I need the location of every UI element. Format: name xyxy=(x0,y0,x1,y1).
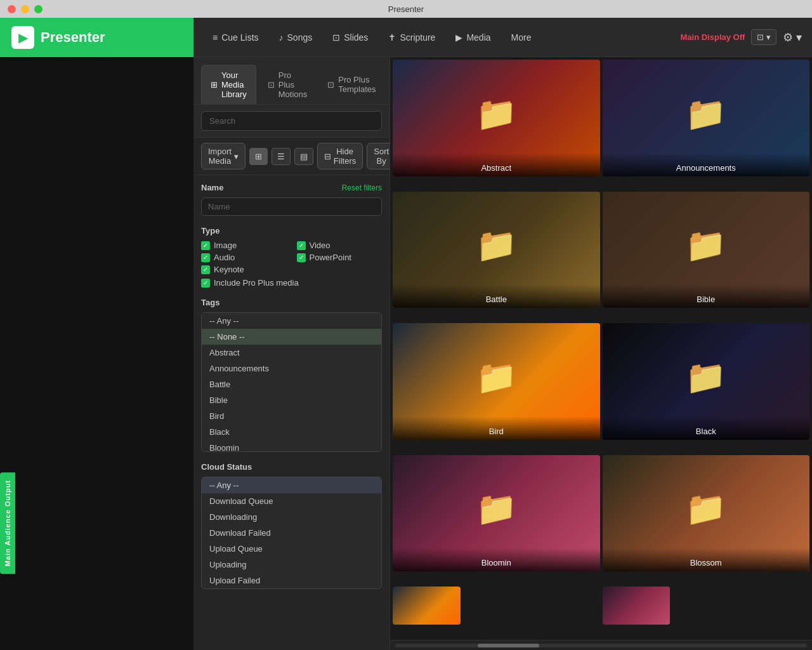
tag-bloomin[interactable]: Bloomin xyxy=(202,440,381,452)
cloud-downloading[interactable]: Downloading xyxy=(202,509,381,525)
filter-icon: ⊟ xyxy=(324,152,331,161)
hide-filters-button[interactable]: ⊟ Hide Filters xyxy=(317,143,363,169)
tab-pro-plus-motions[interactable]: ⊡ Pro Plus Motions xyxy=(259,65,317,104)
view-list-button[interactable]: ☰ xyxy=(272,148,291,165)
tab-pro-plus-templates[interactable]: ⊡ Pro Plus Templates xyxy=(318,65,384,104)
media-tile-black[interactable]: 📁 Black xyxy=(603,323,810,440)
tile-label-battle: Battle xyxy=(393,284,600,308)
window-controls[interactable] xyxy=(8,5,43,13)
tile-label-blossom: Blossom xyxy=(603,548,810,571)
cloud-download-queue[interactable]: Download Queue xyxy=(202,493,381,509)
tags-list: -- Any -- -- None -- Abstract Announceme… xyxy=(201,312,382,452)
folder-icon-black: 📁 xyxy=(685,358,726,397)
tag-abstract[interactable]: Abstract xyxy=(202,345,381,361)
cloud-uploading[interactable]: Uploading xyxy=(202,557,381,573)
top-nav: ≡ Cue Lists ♪ Songs ⊡ Slides ✝ Scripture… xyxy=(193,18,812,57)
tag-bible[interactable]: Bible xyxy=(202,392,381,408)
type-keynote[interactable]: ✓ Keynote xyxy=(201,265,287,274)
media-tile-partial-2[interactable] xyxy=(603,587,671,625)
include-pro-plus-checkbox[interactable]: ✓ xyxy=(201,279,210,288)
settings-button[interactable]: ⚙ ▾ xyxy=(783,30,802,44)
type-filter-label: Type xyxy=(201,226,382,235)
media-tile-abstract[interactable]: 📁 Abstract xyxy=(393,60,600,176)
side-output-label: Main Audience Output xyxy=(4,480,11,566)
brand-area: ▶ Presenter xyxy=(0,18,193,57)
media-tile-announcements[interactable]: 📁 Announcements xyxy=(603,60,810,176)
name-filter-section: Name Reset filters xyxy=(201,183,382,216)
sidebar-item-media[interactable]: ▶ Media xyxy=(447,27,499,48)
cloud-download-failed[interactable]: Download Failed xyxy=(202,525,381,541)
audio-checkbox[interactable]: ✓ xyxy=(201,253,210,262)
search-input[interactable] xyxy=(201,111,382,131)
media-tile-blossom[interactable]: 📁 Blossom xyxy=(603,455,810,572)
tag-none[interactable]: -- None -- xyxy=(202,329,381,345)
nav-right: Main Display Off ⊡ ▾ ⚙ ▾ xyxy=(681,29,802,45)
nav-label-more: More xyxy=(511,32,532,43)
powerpoint-checkbox[interactable]: ✓ xyxy=(297,253,306,262)
cloud-any[interactable]: -- Any -- xyxy=(202,477,381,493)
reset-filters-link[interactable]: Reset filters xyxy=(342,183,382,192)
tag-battle[interactable]: Battle xyxy=(202,376,381,392)
type-image[interactable]: ✓ Image xyxy=(201,241,287,250)
sidebar-item-more[interactable]: More xyxy=(502,27,540,48)
import-label: Import Media xyxy=(208,147,232,166)
tag-announcements[interactable]: Announcements xyxy=(202,361,381,376)
songs-icon: ♪ xyxy=(279,32,284,43)
toolbar: Import Media ▾ ⊞ ☰ ▤ ⊟ Hide Filters Sort… xyxy=(193,138,390,175)
monitor-button[interactable]: ⊡ ▾ xyxy=(751,29,776,45)
tile-bg-partial1 xyxy=(393,587,461,625)
sidebar-item-slides[interactable]: ⊡ Slides xyxy=(324,27,377,48)
brand-name: Presenter xyxy=(41,29,105,46)
type-powerpoint[interactable]: ✓ PowerPoint xyxy=(297,253,383,262)
tag-black[interactable]: Black xyxy=(202,424,381,440)
content-area: ⊞ Your Media Library ⊡ Pro Plus Motions … xyxy=(193,57,812,650)
folder-icon-bird: 📁 xyxy=(476,358,517,397)
tile-label-announcements: Announcements xyxy=(603,153,810,176)
brand-icon: ▶ xyxy=(11,26,34,49)
main-content: ≡ Cue Lists ♪ Songs ⊡ Slides ✝ Scripture… xyxy=(193,18,812,650)
tab-your-media[interactable]: ⊞ Your Media Library xyxy=(201,65,256,104)
filter-panel: Name Reset filters Type ✓ xyxy=(193,175,390,650)
cue-lists-icon: ≡ xyxy=(213,32,218,43)
minimize-button[interactable] xyxy=(21,5,29,13)
sidebar-item-songs[interactable]: ♪ Songs xyxy=(270,27,322,48)
media-tile-partial-1[interactable] xyxy=(393,587,461,625)
media-tile-bible[interactable]: 📁 Bible xyxy=(603,192,810,308)
media-tile-bird[interactable]: 📁 Bird xyxy=(393,323,600,440)
tag-any[interactable]: -- Any -- xyxy=(202,313,381,329)
tag-bird[interactable]: Bird xyxy=(202,408,381,424)
tile-label-bible: Bible xyxy=(603,284,810,308)
sidebar-item-cue-lists[interactable]: ≡ Cue Lists xyxy=(204,27,268,48)
maximize-button[interactable] xyxy=(34,5,43,13)
view-grid-button[interactable]: ⊞ xyxy=(249,148,268,165)
sidebar-item-scripture[interactable]: ✝ Scripture xyxy=(379,27,444,48)
nav-label-scripture: Scripture xyxy=(400,32,435,43)
side-output-tab[interactable]: Main Audience Output xyxy=(0,472,15,574)
filter-label: Hide Filters xyxy=(334,147,356,166)
sidebar: ▶ Presenter xyxy=(0,18,193,650)
left-panel: ⊞ Your Media Library ⊡ Pro Plus Motions … xyxy=(193,57,390,650)
media-tile-battle[interactable]: 📁 Battle xyxy=(393,192,600,308)
type-video[interactable]: ✓ Video xyxy=(297,241,383,250)
scroll-track[interactable] xyxy=(395,644,807,647)
nav-label-slides: Slides xyxy=(344,32,368,43)
name-filter-input[interactable] xyxy=(201,197,382,216)
cloud-upload-queue[interactable]: Upload Queue xyxy=(202,541,381,557)
import-media-button[interactable]: Import Media ▾ xyxy=(201,143,246,169)
close-button[interactable] xyxy=(8,5,16,13)
cloud-status-label: Cloud Status xyxy=(201,462,382,472)
cloud-status-section: Cloud Status -- Any -- Download Queue Do… xyxy=(201,462,382,589)
folder-icon-announcements: 📁 xyxy=(685,95,726,133)
scroll-thumb[interactable] xyxy=(478,644,539,647)
view-detail-button[interactable]: ▤ xyxy=(294,148,313,165)
media-icon: ▶ xyxy=(455,32,462,43)
media-tile-bloomin[interactable]: 📁 Bloomin xyxy=(393,455,600,572)
type-audio[interactable]: ✓ Audio xyxy=(201,253,287,262)
nav-label-cue-lists: Cue Lists xyxy=(221,32,258,43)
keynote-checkbox[interactable]: ✓ xyxy=(201,265,210,274)
video-checkbox[interactable]: ✓ xyxy=(297,241,306,250)
image-checkbox[interactable]: ✓ xyxy=(201,241,210,250)
cloud-upload-failed[interactable]: Upload Failed xyxy=(202,573,381,588)
include-pro-plus-row[interactable]: ✓ Include Pro Plus media xyxy=(201,278,382,288)
main-display-off[interactable]: Main Display Off xyxy=(681,32,745,42)
